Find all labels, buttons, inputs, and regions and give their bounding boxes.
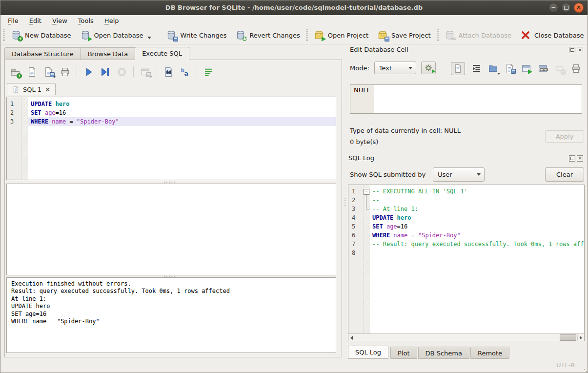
- sql-tab-close-icon[interactable]: ✕: [45, 86, 50, 93]
- menu-view[interactable]: View: [47, 16, 73, 26]
- print-icon[interactable]: [571, 63, 581, 74]
- dock-tab-bar: SQL Log Plot DB Schema Remote: [348, 346, 509, 359]
- open-database-button[interactable]: Open Database: [76, 28, 156, 42]
- toolbar-grip[interactable]: [306, 29, 308, 41]
- open-project-button[interactable]: Open Project: [309, 28, 373, 42]
- mode-combobox[interactable]: Text: [374, 62, 416, 74]
- import-icon[interactable]: [488, 63, 498, 74]
- chevron-down-icon: [477, 173, 481, 176]
- tab-plot[interactable]: Plot: [390, 347, 417, 359]
- write-changes-icon: [166, 30, 177, 41]
- auto-format-icon[interactable]: [180, 67, 190, 77]
- new-database-button[interactable]: + New Database: [6, 28, 76, 42]
- code-line: 5SET age=16: [348, 222, 584, 231]
- set-null-icon[interactable]: −: [554, 63, 565, 74]
- code-line: 3-- At line 1:: [348, 205, 584, 213]
- execute-all-icon[interactable]: [83, 67, 94, 77]
- log-filter-combobox[interactable]: User: [433, 167, 485, 182]
- mode-label: Mode:: [350, 64, 369, 72]
- attach-database-button[interactable]: Attach Database: [440, 28, 516, 42]
- sql-editor[interactable]: 1UPDATE hero2SET age=163WHERE name = "Sp…: [6, 97, 336, 180]
- execute-current-line-icon[interactable]: [100, 67, 110, 77]
- open-tab-icon[interactable]: +: [10, 67, 20, 77]
- code-line: 2--: [348, 196, 584, 205]
- log-horizontal-scrollbar[interactable]: [348, 333, 584, 341]
- toolbar-separator: [157, 66, 157, 77]
- apply-button[interactable]: Apply: [545, 130, 584, 143]
- link-icon[interactable]: [538, 63, 548, 74]
- scrollbar-thumb[interactable]: [560, 334, 576, 341]
- cell-value-editor[interactable]: NULL: [350, 84, 582, 114]
- main-tab-bar: Database Structure Browse Data Execute S…: [4, 47, 189, 60]
- open-external-icon[interactable]: [521, 63, 531, 74]
- toolbar-grip[interactable]: [437, 29, 439, 41]
- status-bar: UTF-8: [0, 358, 588, 373]
- tab-browse-data[interactable]: Browse Data: [81, 47, 135, 60]
- toolbar-separator: [197, 66, 197, 77]
- sql-log-dock-buttons: ×: [569, 155, 583, 162]
- toolbar-grip[interactable]: [3, 29, 5, 41]
- tab-db-schema[interactable]: DB Schema: [418, 347, 469, 359]
- close-icon[interactable]: ×: [577, 155, 583, 162]
- log-filter-value: User: [438, 171, 452, 178]
- code-line: 4UPDATE hero: [348, 213, 584, 222]
- stop-icon[interactable]: [117, 67, 127, 77]
- close-database-icon: [520, 30, 531, 41]
- menu-file[interactable]: File: [2, 16, 24, 26]
- cell-editor-toolbar: −: [451, 62, 581, 75]
- horizontal-splitter[interactable]: [0, 181, 338, 183]
- menu-edit[interactable]: Edit: [24, 16, 47, 26]
- word-wrap-icon[interactable]: [203, 67, 214, 77]
- open-project-icon: [314, 30, 324, 41]
- chevron-down-icon: [408, 67, 412, 69]
- code-line: 8: [348, 249, 584, 257]
- save-project-button[interactable]: Save Project: [373, 28, 435, 42]
- maximize-button[interactable]: [561, 3, 571, 13]
- new-database-icon: +: [11, 30, 21, 41]
- vertical-splitter[interactable]: [344, 198, 346, 206]
- float-icon[interactable]: [569, 155, 575, 162]
- close-database-button[interactable]: Close Database: [516, 28, 588, 42]
- open-database-label: Open Database: [94, 32, 143, 39]
- open-database-menu-caret[interactable]: [147, 37, 151, 39]
- code-line: 1-- EXECUTING ALL IN 'SQL 1': [348, 187, 584, 196]
- title-bar[interactable]: DB Browser for SQLite - /home/user/code/…: [0, 0, 588, 15]
- cell-size-info: 0 byte(s): [350, 138, 378, 145]
- clear-button[interactable]: Clear: [545, 167, 584, 182]
- export-icon[interactable]: [505, 63, 515, 74]
- float-icon[interactable]: [569, 47, 575, 53]
- save-sql-file-icon[interactable]: [43, 67, 54, 77]
- edit-cell-dock-buttons: ×: [569, 47, 583, 53]
- open-database-icon: [80, 30, 91, 41]
- minimize-button[interactable]: −: [548, 3, 558, 13]
- scroll-left-icon[interactable]: [348, 334, 355, 341]
- open-sql-file-icon[interactable]: [27, 67, 37, 77]
- tab-remote[interactable]: Remote: [470, 347, 509, 359]
- menu-tools[interactable]: Tools: [73, 16, 99, 26]
- text-mode-icon[interactable]: [451, 62, 465, 75]
- encoding-indicator[interactable]: UTF-8: [556, 361, 575, 369]
- tab-sql-log[interactable]: SQL Log: [348, 346, 388, 359]
- edit-cell-panel-title: Edit Database Cell: [350, 46, 408, 53]
- code-line: 3WHERE name = "Spider-Boy": [7, 117, 336, 126]
- sql-1-tab[interactable]: SQL 1 ✕: [7, 83, 56, 95]
- scroll-right-icon[interactable]: [577, 334, 584, 341]
- menu-help[interactable]: Help: [99, 16, 124, 26]
- revert-changes-button[interactable]: Revert Changes: [231, 28, 304, 42]
- window-controls: − ×: [548, 3, 584, 13]
- close-database-label: Close Database: [534, 32, 584, 39]
- code-line: 2SET age=16: [7, 108, 336, 117]
- write-changes-button[interactable]: Write Changes: [162, 28, 231, 42]
- auto-apply-button[interactable]: [421, 62, 436, 74]
- save-results-icon[interactable]: [140, 67, 150, 77]
- close-icon[interactable]: ×: [577, 47, 583, 53]
- print-icon[interactable]: [60, 67, 70, 77]
- mode-value: Text: [379, 64, 392, 72]
- find-icon[interactable]: [163, 67, 174, 77]
- save-project-icon: [377, 30, 388, 41]
- tab-execute-sql[interactable]: Execute SQL: [135, 47, 189, 61]
- close-button[interactable]: ×: [574, 3, 584, 13]
- resize-grip[interactable]: [584, 369, 585, 370]
- word-wrap-icon[interactable]: [471, 63, 482, 74]
- tab-database-structure[interactable]: Database Structure: [4, 47, 81, 60]
